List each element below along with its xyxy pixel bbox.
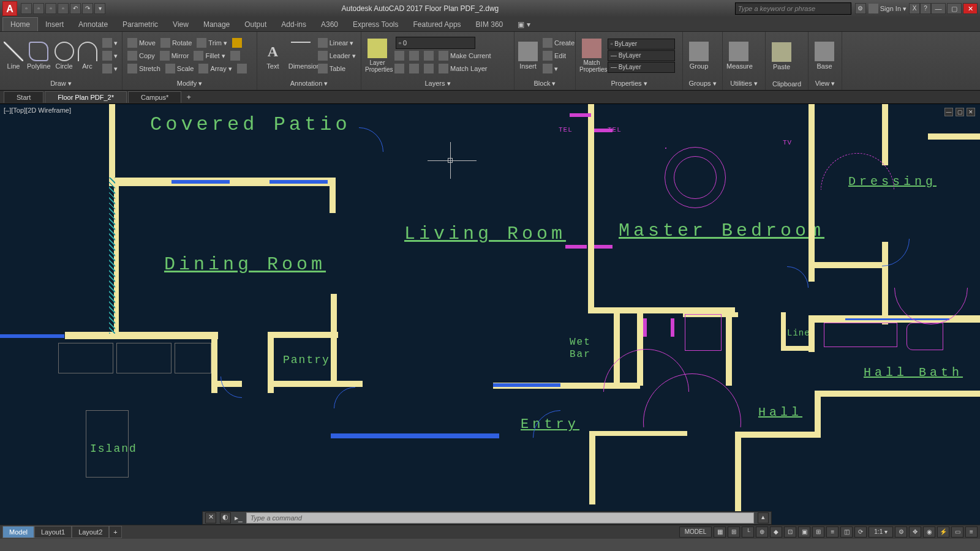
panel-groups[interactable]: Groups ▾ [685,78,720,89]
panel-draw[interactable]: Draw ▾ [2,78,119,89]
paste-button[interactable]: Paste [768,41,795,72]
erase-icon[interactable] [230,37,244,49]
scale-button[interactable]: Scale [163,62,197,75]
close-button[interactable]: ✕ [963,3,978,14]
dyn-input-toggle[interactable]: ⊞ [812,527,824,538]
autodesk-account-icon[interactable]: ⚙ [855,3,866,14]
mirror-button[interactable]: Mirror [157,50,192,62]
help-icon[interactable]: ? [920,3,931,14]
drawing-viewport[interactable]: [–][Top][2D Wireframe] — ▢ ✕ Covered Pat… [0,104,980,525]
move-button[interactable]: Move [125,37,158,49]
layer-dropdown[interactable]: ▫ 0 [396,37,475,49]
file-tab-campus[interactable]: Campus* [128,91,181,103]
scale-button[interactable]: 1:1 ▾ [869,527,893,538]
tab-express[interactable]: Express Tools [345,18,405,31]
app-logo[interactable]: A [2,1,17,16]
add-layout-tab[interactable]: + [109,526,121,538]
draw-misc2[interactable]: ▾ [100,50,120,62]
isolate-icon[interactable]: ◉ [923,527,935,538]
tab-manage[interactable]: Manage [196,18,237,31]
match-layer-button[interactable]: Match Layer [436,62,490,75]
minimize-button[interactable]: — [931,3,946,14]
viewport-max[interactable]: ▢ [956,108,964,116]
customize-icon[interactable]: ≡ [965,527,978,538]
snap-toggle[interactable]: ⊞ [728,527,740,538]
make-current-button[interactable]: Make Current [436,50,494,62]
panel-utilities[interactable]: Utilities ▾ [725,78,763,89]
array-button[interactable]: Array ▾ [196,62,234,75]
file-tab-add[interactable]: + [183,93,195,102]
tab-home[interactable]: Home [2,17,38,31]
file-tab-floorplan[interactable]: Floor Plan PDF_2* [45,91,127,103]
tab-featured[interactable]: Featured Apps [406,18,469,31]
qat-redo[interactable]: ↷ [82,3,93,14]
layer-b2[interactable] [407,50,421,62]
cmd-expand-icon[interactable]: ▴ [758,512,769,523]
maximize-button[interactable]: ▢ [947,3,962,14]
color-dropdown[interactable]: ▫ ByLayer [608,39,675,50]
transparency-toggle[interactable]: ◫ [840,527,853,538]
arc-button[interactable]: Arc [77,40,99,71]
table-button[interactable]: Table [315,62,358,75]
linear-button[interactable]: Linear ▾ [315,37,358,49]
panel-modify[interactable]: Modify ▾ [125,78,254,89]
draw-misc3[interactable]: ▾ [100,62,120,75]
qat-undo[interactable]: ↶ [70,3,81,14]
group-button[interactable]: Group [685,40,712,71]
stretch-button[interactable]: Stretch [125,62,163,75]
text-button[interactable]: AText [260,40,286,71]
trim-button[interactable]: Trim ▾ [194,37,230,49]
layer-b1[interactable] [392,50,407,62]
grid-toggle[interactable]: ▦ [714,527,726,538]
cycling-toggle[interactable]: ⟳ [854,527,867,538]
match-properties-button[interactable]: Match Properties [578,37,605,74]
create-block-button[interactable]: Create [540,37,577,49]
panel-view[interactable]: View ▾ [811,78,839,89]
circle-button[interactable]: Circle [53,40,75,71]
layout1-tab[interactable]: Layout1 [34,526,72,538]
polyline-button[interactable]: Polyline [26,40,52,71]
osnap-toggle[interactable]: ⊡ [784,527,796,538]
dimension-button[interactable]: Dimension [287,40,314,71]
qat-open[interactable]: ▫ [33,3,44,14]
layer-b6[interactable] [421,62,436,75]
layer-b3[interactable] [421,50,436,62]
copy-button[interactable]: Copy [125,50,157,62]
linetype-dropdown[interactable]: — ByLayer [608,62,675,73]
tab-bim360[interactable]: BIM 360 [469,18,511,31]
viewport-close[interactable]: ✕ [967,108,975,116]
viewport-min[interactable]: — [944,108,953,116]
file-tab-start[interactable]: Start [4,91,43,103]
insert-block-button[interactable]: Insert [517,40,539,71]
fillet-button[interactable]: Fillet ▾ [191,50,227,62]
panel-properties[interactable]: Properties ▾ [578,78,680,89]
tab-annotate[interactable]: Annotate [71,18,115,31]
qat-save[interactable]: ▫ [45,3,56,14]
polar-toggle[interactable]: ⊕ [756,527,768,538]
viewport-label[interactable]: [–][Top][2D Wireframe] [4,107,71,114]
qat-new[interactable]: ▫ [21,3,32,14]
panel-layers[interactable]: Layers ▾ [364,78,511,89]
tab-parametric[interactable]: Parametric [115,18,165,31]
block-misc[interactable]: ▾ [540,62,577,75]
tab-a360[interactable]: A360 [314,18,345,31]
edit-block-button[interactable]: Edit [540,50,577,62]
3dosnap-toggle[interactable]: ▣ [798,527,810,538]
layer-b4[interactable] [392,62,407,75]
offset-icon[interactable] [235,62,249,75]
explode-icon[interactable] [228,50,243,62]
hardware-accel-icon[interactable]: ⚡ [937,527,949,538]
lineweight-toggle[interactable]: ≡ [826,527,839,538]
qat-print[interactable]: ▫ [58,3,69,14]
tab-view[interactable]: View [165,18,196,31]
leader-button[interactable]: Leader ▾ [315,50,358,62]
panel-clipboard[interactable]: Clipboard [768,79,805,89]
rotate-button[interactable]: Rotate [158,37,194,49]
clean-screen-icon[interactable]: ▭ [951,527,963,538]
model-tab[interactable]: Model [2,526,34,538]
measure-button[interactable]: Measure [725,40,752,71]
lineweight-dropdown[interactable]: — ByLayer [608,50,675,61]
zoom-extents-icon[interactable]: ✥ [909,527,921,538]
draw-misc1[interactable]: ▾ [100,37,120,49]
tab-addins[interactable]: Add-ins [274,18,314,31]
